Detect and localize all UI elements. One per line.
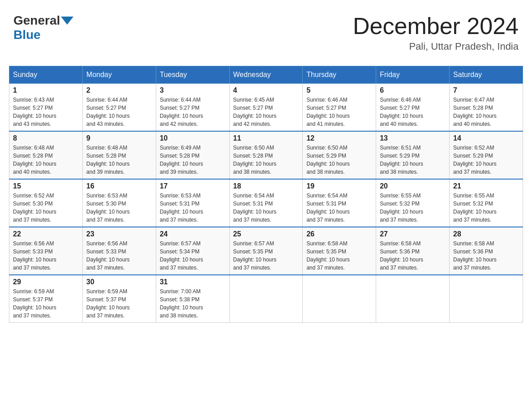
table-row: 3 Sunrise: 6:44 AM Sunset: 5:27 PM Dayli… — [156, 84, 229, 132]
col-monday: Monday — [82, 66, 156, 84]
day-info: Sunrise: 6:55 AM Sunset: 5:32 PM Dayligh… — [453, 192, 519, 224]
day-info: Sunrise: 6:55 AM Sunset: 5:32 PM Dayligh… — [380, 192, 446, 224]
table-row — [450, 275, 523, 323]
day-info: Sunrise: 6:49 AM Sunset: 5:28 PM Dayligh… — [160, 144, 226, 176]
day-number: 17 — [160, 182, 226, 190]
day-info: Sunrise: 6:46 AM Sunset: 5:27 PM Dayligh… — [380, 96, 446, 128]
day-number: 4 — [233, 86, 299, 94]
calendar-row: 15 Sunrise: 6:52 AM Sunset: 5:30 PM Dayl… — [9, 179, 523, 227]
table-row: 28 Sunrise: 6:58 AM Sunset: 5:36 PM Dayl… — [450, 227, 523, 275]
calendar-header-row: Sunday Monday Tuesday Wednesday Thursday… — [9, 66, 523, 84]
day-number: 7 — [453, 86, 519, 94]
day-info: Sunrise: 6:48 AM Sunset: 5:28 PM Dayligh… — [13, 144, 79, 176]
day-info: Sunrise: 6:59 AM Sunset: 5:37 PM Dayligh… — [13, 287, 79, 320]
table-row: 29 Sunrise: 6:59 AM Sunset: 5:37 PM Dayl… — [9, 275, 83, 323]
col-tuesday: Tuesday — [156, 66, 229, 84]
day-number: 6 — [380, 86, 446, 94]
calendar-row: 29 Sunrise: 6:59 AM Sunset: 5:37 PM Dayl… — [9, 275, 523, 323]
day-number: 1 — [13, 86, 79, 94]
day-number: 2 — [86, 86, 152, 94]
day-info: Sunrise: 6:58 AM Sunset: 5:35 PM Dayligh… — [306, 240, 372, 272]
day-number: 27 — [380, 230, 446, 238]
table-row: 11 Sunrise: 6:50 AM Sunset: 5:28 PM Dayl… — [229, 131, 303, 179]
day-number: 19 — [306, 182, 372, 190]
day-number: 18 — [233, 182, 299, 190]
day-info: Sunrise: 6:58 AM Sunset: 5:36 PM Dayligh… — [453, 240, 519, 272]
table-row: 16 Sunrise: 6:53 AM Sunset: 5:30 PM Dayl… — [82, 179, 156, 227]
day-number: 16 — [86, 182, 152, 190]
table-row: 8 Sunrise: 6:48 AM Sunset: 5:28 PM Dayli… — [9, 131, 83, 179]
location-subtitle: Pali, Uttar Pradesh, India — [353, 41, 519, 52]
day-number: 13 — [380, 134, 446, 142]
day-info: Sunrise: 6:43 AM Sunset: 5:27 PM Dayligh… — [13, 96, 79, 128]
table-row: 25 Sunrise: 6:57 AM Sunset: 5:35 PM Dayl… — [229, 227, 303, 275]
logo-blue-text: Blue — [13, 28, 41, 42]
day-number: 25 — [233, 230, 299, 238]
col-saturday: Saturday — [450, 66, 523, 84]
month-title: December 2024 — [353, 13, 519, 39]
day-info: Sunrise: 6:51 AM Sunset: 5:29 PM Dayligh… — [380, 144, 446, 176]
table-row: 24 Sunrise: 6:57 AM Sunset: 5:34 PM Dayl… — [156, 227, 229, 275]
day-number: 28 — [453, 230, 519, 238]
day-number: 11 — [233, 134, 299, 142]
title-section: December 2024 Pali, Uttar Pradesh, India — [353, 13, 519, 52]
table-row: 17 Sunrise: 6:53 AM Sunset: 5:31 PM Dayl… — [156, 179, 229, 227]
table-row: 12 Sunrise: 6:50 AM Sunset: 5:29 PM Dayl… — [303, 131, 376, 179]
day-info: Sunrise: 6:54 AM Sunset: 5:31 PM Dayligh… — [306, 192, 372, 224]
table-row: 5 Sunrise: 6:46 AM Sunset: 5:27 PM Dayli… — [303, 84, 376, 132]
day-number: 31 — [160, 278, 226, 286]
day-info: Sunrise: 6:46 AM Sunset: 5:27 PM Dayligh… — [306, 96, 372, 128]
day-number: 3 — [160, 86, 226, 94]
day-info: Sunrise: 7:00 AM Sunset: 5:38 PM Dayligh… — [160, 287, 226, 320]
day-info: Sunrise: 6:59 AM Sunset: 5:37 PM Dayligh… — [86, 287, 152, 320]
table-row: 6 Sunrise: 6:46 AM Sunset: 5:27 PM Dayli… — [376, 84, 450, 132]
table-row — [303, 275, 376, 323]
day-info: Sunrise: 6:56 AM Sunset: 5:33 PM Dayligh… — [86, 240, 152, 272]
day-info: Sunrise: 6:56 AM Sunset: 5:33 PM Dayligh… — [13, 240, 79, 272]
table-row: 4 Sunrise: 6:45 AM Sunset: 5:27 PM Dayli… — [229, 84, 303, 132]
table-row: 10 Sunrise: 6:49 AM Sunset: 5:28 PM Dayl… — [156, 131, 229, 179]
table-row: 15 Sunrise: 6:52 AM Sunset: 5:30 PM Dayl… — [9, 179, 83, 227]
calendar-table: Sunday Monday Tuesday Wednesday Thursday… — [9, 66, 523, 323]
day-info: Sunrise: 6:48 AM Sunset: 5:28 PM Dayligh… — [86, 144, 152, 176]
table-row: 22 Sunrise: 6:56 AM Sunset: 5:33 PM Dayl… — [9, 227, 83, 275]
day-info: Sunrise: 6:52 AM Sunset: 5:30 PM Dayligh… — [13, 192, 79, 224]
day-number: 21 — [453, 182, 519, 190]
table-row: 21 Sunrise: 6:55 AM Sunset: 5:32 PM Dayl… — [450, 179, 523, 227]
day-number: 14 — [453, 134, 519, 142]
logo-triangle-icon — [61, 17, 73, 25]
day-number: 23 — [86, 230, 152, 238]
day-number: 20 — [380, 182, 446, 190]
logo-general-text: General — [13, 13, 60, 28]
day-info: Sunrise: 6:53 AM Sunset: 5:30 PM Dayligh… — [86, 192, 152, 224]
day-number: 24 — [160, 230, 226, 238]
logo: General Blue — [13, 13, 74, 42]
table-row: 13 Sunrise: 6:51 AM Sunset: 5:29 PM Dayl… — [376, 131, 450, 179]
table-row: 19 Sunrise: 6:54 AM Sunset: 5:31 PM Dayl… — [303, 179, 376, 227]
day-info: Sunrise: 6:57 AM Sunset: 5:35 PM Dayligh… — [233, 240, 299, 272]
col-friday: Friday — [376, 66, 450, 84]
calendar-row: 8 Sunrise: 6:48 AM Sunset: 5:28 PM Dayli… — [9, 131, 523, 179]
day-info: Sunrise: 6:47 AM Sunset: 5:28 PM Dayligh… — [453, 96, 519, 128]
day-info: Sunrise: 6:58 AM Sunset: 5:36 PM Dayligh… — [380, 240, 446, 272]
day-number: 5 — [306, 86, 372, 94]
day-info: Sunrise: 6:50 AM Sunset: 5:28 PM Dayligh… — [233, 144, 299, 176]
day-info: Sunrise: 6:52 AM Sunset: 5:29 PM Dayligh… — [453, 144, 519, 176]
table-row — [376, 275, 450, 323]
table-row: 31 Sunrise: 7:00 AM Sunset: 5:38 PM Dayl… — [156, 275, 229, 323]
table-row: 2 Sunrise: 6:44 AM Sunset: 5:27 PM Dayli… — [82, 84, 156, 132]
day-number: 12 — [306, 134, 372, 142]
col-wednesday: Wednesday — [229, 66, 303, 84]
day-info: Sunrise: 6:53 AM Sunset: 5:31 PM Dayligh… — [160, 192, 226, 224]
calendar-row: 1 Sunrise: 6:43 AM Sunset: 5:27 PM Dayli… — [9, 84, 523, 132]
table-row — [229, 275, 303, 323]
day-info: Sunrise: 6:44 AM Sunset: 5:27 PM Dayligh… — [160, 96, 226, 128]
table-row: 26 Sunrise: 6:58 AM Sunset: 5:35 PM Dayl… — [303, 227, 376, 275]
day-info: Sunrise: 6:45 AM Sunset: 5:27 PM Dayligh… — [233, 96, 299, 128]
day-number: 15 — [13, 182, 79, 190]
day-number: 22 — [13, 230, 79, 238]
table-row: 9 Sunrise: 6:48 AM Sunset: 5:28 PM Dayli… — [82, 131, 156, 179]
calendar-row: 22 Sunrise: 6:56 AM Sunset: 5:33 PM Dayl… — [9, 227, 523, 275]
day-number: 26 — [306, 230, 372, 238]
day-info: Sunrise: 6:50 AM Sunset: 5:29 PM Dayligh… — [306, 144, 372, 176]
